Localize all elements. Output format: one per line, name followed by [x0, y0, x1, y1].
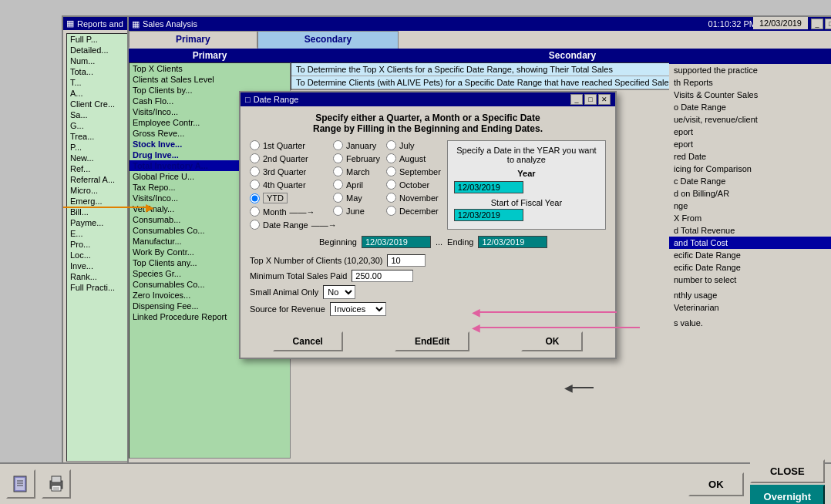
cancel-button[interactable]: Cancel: [273, 331, 343, 351]
fiscal-label: Start of Fiscal Year: [454, 198, 599, 207]
months-right: July August September October November D…: [386, 140, 441, 230]
beginning-label: Beginning: [319, 237, 357, 247]
orange-arrow-indicator: [63, 207, 148, 208]
dialog-restore[interactable]: □: [584, 94, 597, 105]
quarter-2nd[interactable]: 2nd Quarter: [250, 153, 327, 163]
tab-container: Primary Secondary: [129, 31, 831, 49]
small-animal-select[interactable]: No Yes: [323, 285, 355, 299]
min-sales-label: Minimum Total Sales Paid: [250, 271, 347, 281]
sales-icon: ▦: [132, 19, 140, 29]
year-input[interactable]: [454, 181, 523, 193]
month-dec[interactable]: December: [386, 206, 441, 216]
min-sales-row: Minimum Total Sales Paid: [250, 270, 606, 282]
dialog-minimize[interactable]: _: [570, 94, 583, 105]
month-jan[interactable]: January: [333, 140, 380, 150]
ok-bottom-button[interactable]: OK: [688, 472, 744, 496]
ok-button[interactable]: OK: [521, 331, 583, 351]
book-icon: [12, 475, 30, 493]
printer-icon: [47, 475, 66, 493]
close-overnight-group: CLOSE Overnight: [750, 459, 825, 504]
ending-date-input[interactable]: [478, 236, 547, 248]
months-columns: January February March April May June Ju…: [333, 140, 441, 230]
right-item: c Date Range: [669, 175, 831, 187]
primary-panel-title: Primary: [129, 49, 291, 62]
month-nov[interactable]: November: [386, 193, 441, 203]
top-x-input[interactable]: [387, 254, 426, 267]
right-item: Visits & Counter Sales: [669, 89, 831, 101]
end-edit-button[interactable]: EndEdit: [395, 331, 469, 351]
top-x-label: Top X Number of Clients (10,20,30): [250, 256, 382, 265]
svg-rect-1: [15, 478, 25, 490]
dialog-title: Date Range: [254, 95, 299, 104]
right-item: supported the practice: [669, 64, 831, 76]
date-range-dialog: □ Date Range _ □ ✕ Specify either a Quar…: [239, 91, 617, 359]
source-label: Source for Revenue: [250, 304, 325, 314]
quarter-date-range[interactable]: Date Range ——→: [250, 220, 327, 230]
month-aug[interactable]: August: [386, 153, 441, 163]
pink-arrow-1: [478, 311, 617, 313]
quarter-month[interactable]: Month ——→: [250, 207, 327, 217]
quarter-1st[interactable]: 1st Quarter: [250, 140, 327, 150]
right-item: ue/visit, revenue/client: [669, 113, 831, 126]
right-item: s value.: [669, 317, 831, 329]
right-item: ecific Date Range: [669, 249, 831, 261]
timestamp-display: 01:10:32 PM: [708, 19, 756, 29]
month-oct[interactable]: October: [386, 180, 441, 190]
right-item: red Date: [669, 150, 831, 163]
month-may[interactable]: May: [333, 193, 380, 203]
top-x-row: Top X Number of Clients (10,20,30): [250, 254, 606, 267]
month-mar[interactable]: March: [333, 166, 380, 176]
minimize-button[interactable]: _: [811, 18, 823, 29]
sales-title: Sales Analysis: [143, 19, 197, 29]
dialog-close[interactable]: ✕: [598, 94, 611, 105]
ellipsis: ...: [436, 237, 442, 247]
dialog-title-bar: □ Date Range _ □ ✕: [241, 92, 615, 106]
months-left: January February March April May June: [333, 140, 380, 230]
ending-label: Ending: [447, 237, 473, 247]
overnight-button[interactable]: Overnight: [750, 485, 825, 504]
year-label: Year: [454, 169, 599, 178]
right-item-total-cost[interactable]: and Total Cost: [669, 237, 831, 249]
icon-button-2[interactable]: [42, 469, 71, 499]
sales-title-bar: ▦ Sales Analysis 01:10:32 PM 12/03/2019 …: [129, 17, 831, 31]
year-selector-box: Specify a Date in the YEAR you want to a…: [447, 140, 606, 230]
source-select[interactable]: Invoices Payments: [330, 302, 386, 316]
min-sales-input[interactable]: [352, 270, 413, 282]
maximize-button[interactable]: □: [825, 18, 831, 29]
svg-rect-6: [52, 476, 61, 482]
close-bottom-button[interactable]: CLOSE: [750, 459, 825, 483]
month-jul[interactable]: July: [386, 140, 441, 150]
quarter-ytd[interactable]: YTD: [250, 193, 327, 203]
icon-button-1[interactable]: [6, 469, 35, 499]
right-item: nge: [669, 200, 831, 212]
right-item: eport: [669, 138, 831, 150]
pink-arrow-2: [478, 327, 640, 328]
small-animal-row: Small Animal Only No Yes: [250, 285, 606, 299]
fiscal-year-input[interactable]: [454, 209, 523, 221]
month-sep[interactable]: September: [386, 166, 441, 176]
quarter-3rd[interactable]: 3rd Quarter: [250, 166, 327, 176]
quarter-4th[interactable]: 4th Quarter: [250, 180, 327, 190]
right-item: th Reports: [669, 76, 831, 89]
right-item: icing for Comparison: [669, 163, 831, 175]
primary-item-clients-sales[interactable]: Clients at Sales Level: [130, 74, 290, 85]
month-apr[interactable]: April: [333, 180, 380, 190]
right-item: o Date Range: [669, 101, 831, 113]
dialog-heading: Specify either a Quarter, a Month or a S…: [250, 113, 606, 134]
beginning-date-input[interactable]: [362, 236, 431, 248]
primary-item-top-x[interactable]: Top X Clients: [130, 63, 290, 74]
right-item: eport: [669, 126, 831, 138]
reports-title: Reports and: [77, 19, 123, 29]
right-item: d Total Revenue: [669, 224, 831, 237]
small-animal-label: Small Animal Only: [250, 287, 318, 297]
source-row: Source for Revenue Invoices Payments: [250, 302, 606, 316]
bottom-bar: OK CLOSE Overnight: [0, 462, 831, 504]
right-item: Veterinarian: [669, 301, 831, 314]
month-jun[interactable]: June: [333, 206, 380, 216]
right-item: nthly usage: [669, 289, 831, 301]
right-descriptions: supported the practice th Reports Visits…: [669, 49, 831, 460]
dark-arrow-ok: [570, 387, 594, 388]
month-feb[interactable]: February: [333, 153, 380, 163]
tab-secondary[interactable]: Secondary: [257, 31, 399, 49]
tab-primary[interactable]: Primary: [129, 31, 257, 49]
